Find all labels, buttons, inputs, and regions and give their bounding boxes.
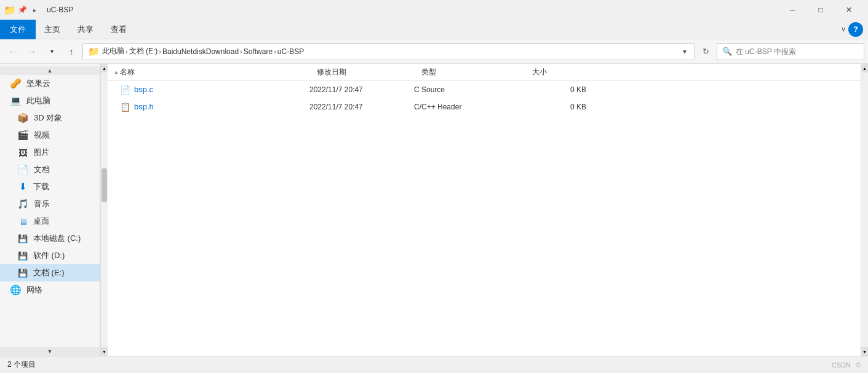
- sidebar-label-network: 网络: [26, 285, 42, 296]
- sidebar-item-pictures[interactable]: 🖼 图片: [0, 144, 100, 161]
- file-vscrollbar[interactable]: ▲ ▼: [861, 64, 868, 356]
- maximize-button[interactable]: □: [806, 0, 835, 20]
- table-row[interactable]: 📋 bsp.h 2022/11/7 20:47 C/C++ Header 0 K…: [108, 98, 868, 116]
- pin-icon: 📌: [17, 5, 27, 15]
- menubar: 文件 主页 共享 查看 ∨ ?: [0, 20, 868, 39]
- forward-button[interactable]: →: [23, 43, 41, 60]
- addr-sep3: ›: [240, 48, 242, 55]
- status-count: 2 个项目: [7, 359, 36, 370]
- sort-indicator: ▲: [113, 69, 120, 75]
- jianguoyun-icon: 🥜: [10, 78, 22, 89]
- addr-sep4: ›: [274, 48, 276, 55]
- addr-edrive: 文档 (E:): [129, 46, 158, 57]
- statusbar-right: CSDN ©️: [832, 361, 861, 369]
- sidebar-scroll-up[interactable]: ▲: [0, 66, 100, 75]
- addr-sep2: ›: [159, 48, 161, 55]
- col-type-label: 类型: [421, 68, 436, 76]
- sidebar-label-desktop: 桌面: [33, 216, 49, 227]
- sidebar-label-pictures: 图片: [33, 147, 49, 158]
- file-scroll-down-btn[interactable]: ▼: [861, 347, 868, 356]
- addr-baidu: BaiduNetdiskDownload: [162, 47, 239, 56]
- sidebar-item-cdrive[interactable]: 💾 本地磁盘 (C:): [0, 230, 100, 247]
- up-button[interactable]: ↑: [63, 43, 80, 60]
- addr-dropdown-btn[interactable]: ▾: [680, 47, 689, 56]
- sidebar-scroll-track: [101, 73, 108, 347]
- bsp-c-icon: 📄: [120, 85, 130, 95]
- menu-file[interactable]: 文件: [0, 20, 36, 39]
- sidebar-item-3d[interactable]: 📦 3D 对象: [0, 109, 100, 127]
- desktop-icon: 🖥: [17, 216, 28, 227]
- sidebar-item-video[interactable]: 🎬 视频: [0, 127, 100, 144]
- 3d-icon: 📦: [17, 112, 29, 124]
- menu-home[interactable]: 主页: [36, 20, 69, 39]
- sidebar-label-jianguoyun: 坚果云: [26, 78, 50, 89]
- file-area: ▲ 名称 修改日期 类型 大小 📄 bsp.c 2022/11/7 20:47 …: [108, 64, 868, 356]
- refresh-button[interactable]: ↻: [698, 44, 713, 59]
- menu-view[interactable]: 查看: [102, 20, 135, 39]
- file-scroll-up-btn[interactable]: ▲: [861, 64, 868, 73]
- back-button[interactable]: ←: [4, 43, 21, 60]
- sidebar-item-music[interactable]: 🎵 音乐: [0, 195, 100, 213]
- bsp-h-date: 2022/11/7 20:47: [309, 103, 414, 111]
- sidebar-scroll-down-btn[interactable]: ▼: [101, 347, 108, 356]
- menu-right: ∨ ?: [841, 22, 868, 37]
- close-button[interactable]: ✕: [835, 0, 863, 20]
- sidebar-item-downloads[interactable]: ⬇ 下载: [0, 178, 100, 195]
- table-row[interactable]: 📄 bsp.c 2022/11/7 20:47 C Source 0 KB: [108, 81, 868, 98]
- col-header-size[interactable]: 大小: [532, 67, 594, 77]
- search-bar[interactable]: 🔍: [717, 43, 864, 60]
- sidebar-item-docs[interactable]: 📄 文档: [0, 161, 100, 178]
- sidebar-item-ddrive[interactable]: 💾 软件 (D:): [0, 247, 100, 264]
- bsp-c-type: C Source: [414, 85, 525, 94]
- sidebar-label-3d: 3D 对象: [34, 112, 62, 124]
- sidebar-scroll-down[interactable]: ▼: [0, 347, 100, 356]
- minimize-button[interactable]: ─: [778, 0, 806, 20]
- sidebar-item-desktop[interactable]: 🖥 桌面: [0, 213, 100, 230]
- col-name-label: 名称: [120, 67, 135, 77]
- titlebar: 📁 📌 ▸ uC-BSP ─ □ ✕: [0, 0, 868, 20]
- col-header-name[interactable]: 名称: [120, 67, 317, 77]
- music-icon: 🎵: [17, 198, 29, 210]
- addr-software: Software: [244, 47, 273, 56]
- sidebar-item-edrive[interactable]: 💾 文档 (E:): [0, 264, 100, 281]
- col-header-type[interactable]: 类型: [421, 67, 532, 77]
- sidebar-list: ▲ 🥜 坚果云 💻 此电脑 📦 3D 对象 🎬 视频 🖼 图片: [0, 64, 100, 356]
- bsp-c-size: 0 KB: [525, 85, 586, 94]
- sidebar-item-network[interactable]: 🌐 网络: [0, 281, 100, 299]
- video-icon: 🎬: [17, 130, 29, 141]
- pictures-icon: 🖼: [17, 147, 28, 158]
- sidebar-label-cdrive: 本地磁盘 (C:): [33, 233, 81, 244]
- sidebar-item-thispc[interactable]: 💻 此电脑: [0, 92, 100, 109]
- menu-share[interactable]: 共享: [69, 20, 102, 39]
- cdrive-icon: 💾: [17, 234, 28, 243]
- sidebar-label-video: 视频: [34, 130, 50, 141]
- addr-thispc: 此电脑: [102, 46, 124, 57]
- watermark: CSDN: [832, 361, 851, 369]
- sidebar-item-jianguoyun[interactable]: 🥜 坚果云: [0, 75, 100, 92]
- address-path: 此电脑 › 文档 (E:) › BaiduNetdiskDownload › S…: [102, 46, 304, 57]
- search-input[interactable]: [736, 47, 859, 56]
- bsp-h-icon: 📋: [120, 102, 130, 112]
- titlebar-title: uC-BSP: [47, 6, 73, 14]
- docs-icon: 📄: [17, 164, 29, 175]
- col-header-date[interactable]: 修改日期: [317, 67, 421, 77]
- sidebar-label-ddrive: 软件 (D:): [33, 250, 65, 261]
- sidebar-label-thispc: 此电脑: [26, 95, 50, 106]
- sidebar-scrollbar[interactable]: ▲ ▼: [100, 64, 108, 356]
- bsp-h-type: C/C++ Header: [414, 103, 525, 111]
- addr-sep1: ›: [125, 48, 128, 55]
- sidebar-label-downloads: 下载: [33, 181, 49, 192]
- sidebar-scroll-up-btn[interactable]: ▲: [101, 64, 108, 73]
- thispc-icon: 💻: [10, 95, 22, 106]
- sidebar-scroll-thumb[interactable]: [102, 168, 107, 202]
- edrive-icon: 💾: [17, 269, 28, 278]
- column-headers: ▲ 名称 修改日期 类型 大小: [108, 64, 868, 81]
- address-bar[interactable]: 📁 此电脑 › 文档 (E:) › BaiduNetdiskDownload ›…: [82, 43, 695, 60]
- menu-collapse-btn[interactable]: ∨: [841, 25, 846, 33]
- sidebar-label-music: 音乐: [34, 198, 50, 210]
- watermark-extra: ©️: [856, 361, 861, 369]
- recent-locations-button[interactable]: ▾: [43, 43, 60, 60]
- help-button[interactable]: ?: [848, 22, 863, 37]
- arrow-icon: ▸: [30, 5, 39, 15]
- addrbar-row: ← → ▾ ↑ 📁 此电脑 › 文档 (E:) › BaiduNetdiskDo…: [0, 39, 868, 64]
